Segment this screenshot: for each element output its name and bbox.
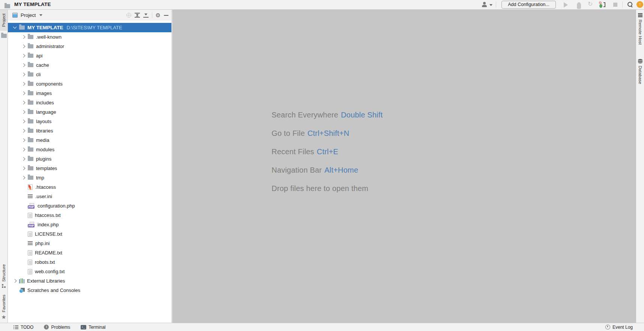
status-bar-item[interactable]: ›_ Terminal bbox=[81, 325, 105, 330]
panel-title[interactable]: Project bbox=[21, 12, 36, 18]
stop-icon[interactable] bbox=[613, 3, 617, 7]
tree-item-folder[interactable]: includes bbox=[8, 98, 171, 107]
locate-file-icon[interactable] bbox=[126, 13, 131, 18]
tree-item-file[interactable]: README.txt bbox=[8, 248, 171, 257]
chevron-down-icon[interactable] bbox=[39, 14, 42, 16]
project-tree: MY TEMPLATE D:\SITES\MY TEMPLATE .well-k… bbox=[8, 23, 171, 295]
chevron-right-icon[interactable] bbox=[20, 166, 26, 172]
tree-item-label: components bbox=[36, 81, 63, 87]
tree-item-folder[interactable]: api bbox=[8, 51, 171, 60]
folder-icon bbox=[28, 138, 33, 142]
structure-icon[interactable] bbox=[2, 284, 6, 288]
event-log-icon bbox=[605, 325, 610, 329]
tree-item-label: cli bbox=[36, 72, 41, 77]
tree-item-label: cache bbox=[36, 62, 49, 68]
tree-item-file[interactable]: web.config.txt bbox=[8, 267, 171, 276]
apache-icon bbox=[28, 184, 33, 190]
chevron-right-icon[interactable] bbox=[20, 156, 26, 162]
tree-item-file[interactable]: robots.txt bbox=[8, 257, 171, 267]
tree-item-file[interactable]: LICENSE.txt bbox=[8, 229, 171, 239]
chevron-right-icon[interactable] bbox=[20, 62, 26, 68]
folder-icon bbox=[28, 54, 33, 58]
disabled-badge bbox=[599, 2, 602, 4]
database-icon[interactable] bbox=[638, 59, 642, 63]
tree-item-folder[interactable]: layouts bbox=[8, 117, 171, 126]
tree-item-folder[interactable]: administrator bbox=[8, 42, 171, 51]
tree-folder-list: .well-known administrator api bbox=[8, 32, 171, 182]
debug-icon[interactable] bbox=[577, 2, 581, 7]
tree-item-folder[interactable]: media bbox=[8, 135, 171, 145]
tree-item-folder[interactable]: language bbox=[8, 107, 171, 117]
chevron-right-icon[interactable] bbox=[20, 72, 26, 78]
folder-icon bbox=[28, 44, 33, 48]
hide-panel-icon[interactable] bbox=[164, 15, 168, 16]
tree-item-folder[interactable]: components bbox=[8, 79, 171, 89]
hint-shortcut: Ctrl+Shift+N bbox=[308, 129, 349, 138]
tree-item-folder[interactable]: tmp bbox=[8, 173, 171, 182]
chevron-right-icon[interactable] bbox=[20, 128, 26, 134]
search-everywhere-icon[interactable] bbox=[627, 2, 633, 8]
chevron-right-icon[interactable] bbox=[20, 109, 26, 115]
tree-file-list: .htaccess .user.ini configuration.php bbox=[8, 182, 171, 276]
attach-debugger-icon[interactable] bbox=[599, 2, 606, 8]
update-notification-icon[interactable]: ↑ bbox=[636, 1, 643, 8]
add-configuration-button[interactable]: Add Configuration... bbox=[501, 1, 556, 9]
remote-host-icon[interactable] bbox=[638, 13, 642, 17]
status-bar-item[interactable]: TODO bbox=[14, 325, 33, 330]
chevron-right-icon[interactable] bbox=[20, 44, 26, 50]
status-bar-item[interactable]: ! Problems bbox=[44, 325, 70, 330]
tree-special-list: External Libraries Scratches and Console… bbox=[8, 276, 171, 295]
tree-item-folder[interactable]: modules bbox=[8, 145, 171, 154]
chevron-right-icon[interactable] bbox=[20, 90, 26, 96]
chevron-right-icon[interactable] bbox=[12, 278, 18, 284]
gear-icon[interactable]: ⚙ bbox=[156, 12, 161, 18]
chevron-right-icon[interactable] bbox=[20, 147, 26, 153]
tree-item-folder[interactable]: cache bbox=[8, 60, 171, 70]
tree-item-folder[interactable]: .well-known bbox=[8, 32, 171, 42]
tree-item-folder[interactable]: plugins bbox=[8, 154, 171, 164]
tool-window-tab-structure[interactable]: Structure bbox=[2, 264, 6, 282]
tree-item-folder[interactable]: libraries bbox=[8, 126, 171, 135]
run-icon[interactable] bbox=[564, 2, 568, 8]
star-icon[interactable]: ★ bbox=[1, 314, 6, 320]
tree-item-root[interactable]: MY TEMPLATE D:\SITES\MY TEMPLATE bbox=[8, 23, 171, 32]
tree-item-folder[interactable]: cli bbox=[8, 70, 171, 79]
tree-item-label: php.ini bbox=[35, 241, 50, 246]
chevron-right-icon[interactable] bbox=[20, 81, 26, 87]
chevron-right-icon[interactable] bbox=[20, 100, 26, 106]
tree-item-special[interactable]: External Libraries bbox=[8, 276, 171, 286]
chevron-right-icon[interactable] bbox=[20, 34, 26, 40]
tool-window-tab-favorites[interactable]: Favorites bbox=[2, 295, 6, 312]
folder-tab-icon[interactable] bbox=[1, 34, 7, 38]
tree-item-special[interactable]: Scratches and Consoles bbox=[8, 286, 171, 295]
tool-window-tab-remote-host[interactable]: Remote Host bbox=[638, 20, 642, 45]
tree-item-label: plugins bbox=[36, 156, 51, 162]
expand-all-icon[interactable] bbox=[135, 13, 140, 18]
user-account-icon[interactable] bbox=[482, 2, 487, 8]
tree-item-file[interactable]: php.ini bbox=[8, 239, 171, 248]
tree-item-file[interactable]: .htaccess bbox=[8, 182, 171, 192]
tool-window-tab-database[interactable]: Database bbox=[638, 66, 642, 84]
tree-item-folder[interactable]: images bbox=[8, 89, 171, 98]
project-panel: Project ⚙ MY TEMPLATE D:\SITES\MY TEMPLA… bbox=[8, 10, 172, 323]
chevron-right-icon[interactable] bbox=[20, 119, 26, 125]
ini-icon bbox=[28, 241, 33, 246]
tree-item-file[interactable]: htaccess.txt bbox=[8, 211, 171, 220]
tree-item-label: .well-known bbox=[36, 34, 62, 40]
project-panel-header: Project ⚙ bbox=[8, 10, 171, 21]
chevron-down-icon[interactable] bbox=[12, 25, 18, 31]
chevron-right-icon[interactable] bbox=[20, 175, 26, 181]
rerun-icon[interactable]: ↻ bbox=[588, 1, 593, 8]
tree-item-folder[interactable]: templates bbox=[8, 164, 171, 173]
chevron-right-icon[interactable] bbox=[20, 53, 26, 59]
chevron-right-icon[interactable] bbox=[20, 137, 26, 143]
chevron-down-icon[interactable] bbox=[489, 4, 492, 6]
tab-label: Project bbox=[2, 14, 6, 27]
root-path: D:\SITES\MY TEMPLATE bbox=[67, 25, 122, 30]
tree-item-file[interactable]: index.php bbox=[8, 220, 171, 229]
event-log-item[interactable]: Event Log bbox=[605, 325, 633, 330]
tree-item-file[interactable]: configuration.php bbox=[8, 201, 171, 211]
tool-window-tab-project[interactable]: Project bbox=[0, 10, 8, 31]
collapse-all-icon[interactable] bbox=[143, 13, 149, 18]
tree-item-file[interactable]: .user.ini bbox=[8, 192, 171, 201]
